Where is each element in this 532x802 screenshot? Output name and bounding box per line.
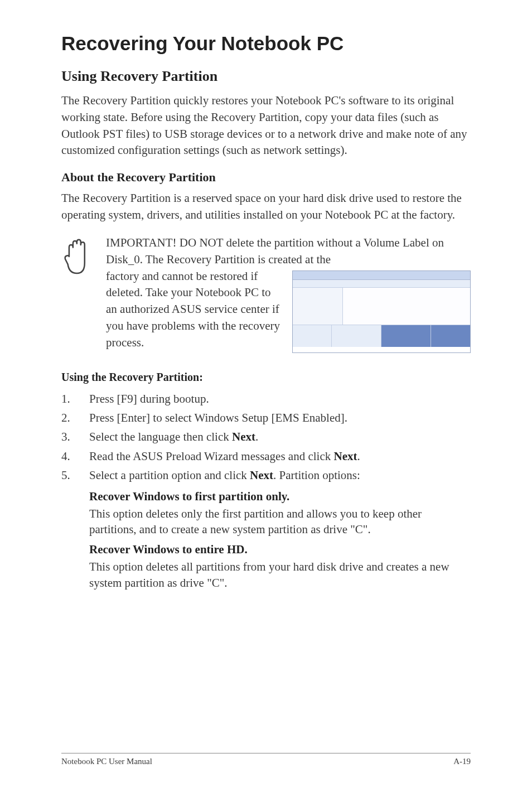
intro-paragraph: The Recovery Partition quickly restores … xyxy=(61,93,471,159)
option-2-title: Recover Windows to entire HD. xyxy=(89,543,471,557)
about-paragraph: The Recovery Partition is a reserved spa… xyxy=(61,190,471,224)
step-3-text: Select the language then click xyxy=(89,430,232,443)
option-1-desc: This option deletes only the first parti… xyxy=(89,506,471,538)
step-5-text: Select a partition option and click xyxy=(89,468,250,482)
step-1: Press [F9] during bootup. xyxy=(61,390,471,407)
footer-right: A-19 xyxy=(453,757,471,766)
subsection-heading: About the Recovery Partition xyxy=(61,170,471,185)
footer-left: Notebook PC User Manual xyxy=(61,757,152,766)
section-heading: Using Recovery Partition xyxy=(61,68,471,85)
step-3-tail: . xyxy=(255,430,258,443)
option-2-desc: This option deletes all partitions from … xyxy=(89,559,471,591)
page-footer: Notebook PC User Manual A-19 xyxy=(61,753,471,766)
step-5-bold: Next xyxy=(250,468,273,482)
step-4-text: Read the ASUS Preload Wizard messages an… xyxy=(89,450,334,463)
note-line-1: IMPORTANT! DO NOT delete the partition w… xyxy=(106,236,444,266)
step-3: Select the language then click Next. xyxy=(61,428,471,445)
step-4-bold: Next xyxy=(334,450,357,463)
step-5-tail: . Partition options: xyxy=(273,468,360,482)
step-4-tail: . xyxy=(357,450,360,463)
page-title: Recovering Your Notebook PC xyxy=(61,32,471,55)
step-4: Read the ASUS Preload Wizard messages an… xyxy=(61,448,471,465)
option-1-title: Recover Windows to first partition only. xyxy=(89,490,471,504)
steps-list: Press [F9] during bootup. Press [Enter] … xyxy=(61,390,471,484)
hand-stop-icon xyxy=(61,237,94,277)
note-remaining: factory and cannot be restored if delete… xyxy=(106,268,282,351)
step-2: Press [Enter] to select Windows Setup [E… xyxy=(61,409,471,426)
step-5: Select a partition option and click Next… xyxy=(61,467,471,484)
important-note: IMPORTANT! DO NOT delete the partition w… xyxy=(61,235,471,353)
disk-management-screenshot xyxy=(292,270,471,353)
steps-heading: Using the Recovery Partition: xyxy=(61,371,471,384)
step-3-bold: Next xyxy=(232,430,255,443)
